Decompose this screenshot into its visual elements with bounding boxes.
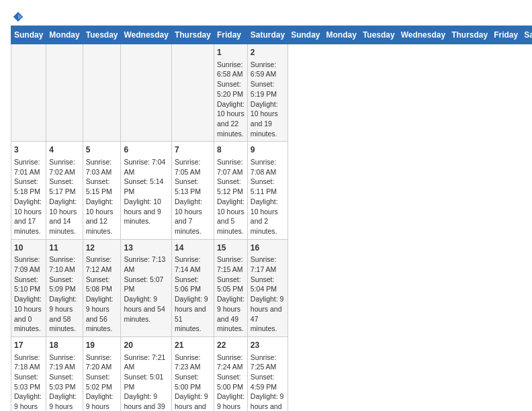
- day-info-line: Sunset: 5:08 PM: [86, 275, 118, 294]
- day-info-line: Daylight: 9 hours and 45 minutes.: [14, 392, 43, 411]
- day-info-line: Sunset: 5:01 PM: [124, 372, 168, 392]
- day-number: 10: [14, 242, 43, 254]
- day-number: 4: [49, 144, 79, 156]
- day-info-line: Sunrise: 7:19 AM: [49, 353, 79, 372]
- day-of-week-header: Thursday: [171, 26, 214, 44]
- calendar-cell: 18Sunrise: 7:19 AMSunset: 5:03 PMDayligh…: [46, 336, 83, 411]
- day-of-week-header: Friday: [214, 26, 247, 44]
- calendar-week-row: 3Sunrise: 7:01 AMSunset: 5:18 PMDaylight…: [11, 142, 533, 239]
- day-info-line: Sunset: 5:00 PM: [175, 372, 211, 392]
- day-number: 13: [124, 242, 168, 254]
- calendar-cell: 11Sunrise: 7:10 AMSunset: 5:09 PMDayligh…: [46, 239, 83, 336]
- day-info-line: Sunrise: 7:14 AM: [175, 255, 211, 274]
- day-info-line: Daylight: 9 hours and 34 minutes.: [251, 392, 285, 411]
- day-info-line: Sunset: 5:19 PM: [251, 79, 285, 99]
- day-info-line: Sunrise: 7:20 AM: [86, 353, 118, 372]
- day-info-line: Sunrise: 7:02 AM: [49, 157, 79, 177]
- day-info-line: Sunrise: 7:08 AM: [251, 157, 285, 177]
- day-info-line: Daylight: 10 hours and 2 minutes.: [251, 197, 285, 236]
- day-info-line: Sunrise: 7:12 AM: [86, 255, 118, 274]
- day-info-line: Daylight: 9 hours and 56 minutes.: [86, 294, 118, 334]
- calendar-cell: 9Sunrise: 7:08 AMSunset: 5:11 PMDaylight…: [247, 142, 287, 239]
- day-number: 18: [49, 340, 79, 351]
- calendar-cell: 1Sunrise: 6:58 AMSunset: 5:20 PMDaylight…: [214, 44, 247, 142]
- calendar-cell: [121, 44, 171, 142]
- day-info-line: Sunrise: 7:24 AM: [217, 353, 245, 372]
- day-number: 19: [86, 340, 118, 351]
- calendar-cell: 5Sunrise: 7:03 AMSunset: 5:15 PMDaylight…: [83, 142, 121, 239]
- day-number: 2: [251, 47, 285, 58]
- calendar-cell: 13Sunrise: 7:13 AMSunset: 5:07 PMDayligh…: [121, 239, 171, 336]
- calendar-cell: 21Sunrise: 7:23 AMSunset: 5:00 PMDayligh…: [171, 336, 214, 411]
- day-info-line: Daylight: 10 hours and 9 minutes.: [124, 197, 168, 226]
- day-info-line: Sunrise: 7:17 AM: [251, 255, 285, 274]
- day-info-line: Sunset: 5:18 PM: [14, 177, 43, 196]
- day-info-line: Sunrise: 7:03 AM: [86, 157, 118, 177]
- day-of-week-header: Wednesday: [121, 26, 171, 44]
- calendar-cell: 10Sunrise: 7:09 AMSunset: 5:10 PMDayligh…: [11, 239, 46, 336]
- day-info-line: Sunset: 5:03 PM: [49, 372, 79, 392]
- calendar-week-row: 10Sunrise: 7:09 AMSunset: 5:10 PMDayligh…: [11, 239, 533, 336]
- day-info-line: Sunset: 5:05 PM: [217, 275, 245, 294]
- weekday-header: Wednesday: [398, 26, 448, 44]
- calendar-cell: [171, 44, 214, 142]
- day-info-line: Daylight: 9 hours and 37 minutes.: [175, 392, 211, 411]
- calendar-cell: 23Sunrise: 7:25 AMSunset: 4:59 PMDayligh…: [247, 336, 287, 411]
- day-info-line: Daylight: 10 hours and 12 minutes.: [86, 197, 118, 236]
- day-info-line: Sunset: 4:59 PM: [251, 372, 285, 392]
- weekday-header: Monday: [323, 26, 359, 44]
- calendar-header-row: SundayMondayTuesdayWednesdayThursdayFrid…: [11, 26, 533, 44]
- day-number: 20: [124, 340, 168, 351]
- calendar-cell: 2Sunrise: 6:59 AMSunset: 5:19 PMDaylight…: [247, 44, 287, 142]
- day-info-line: Sunrise: 7:15 AM: [217, 255, 245, 274]
- day-info-line: Daylight: 9 hours and 39 minutes.: [124, 392, 168, 411]
- calendar-cell: 8Sunrise: 7:07 AMSunset: 5:12 PMDaylight…: [214, 142, 247, 239]
- day-number: 14: [175, 242, 211, 254]
- day-number: 21: [175, 340, 211, 351]
- calendar-cell: 20Sunrise: 7:21 AMSunset: 5:01 PMDayligh…: [121, 336, 171, 411]
- day-info-line: Sunrise: 7:13 AM: [124, 255, 168, 274]
- day-of-week-header: Saturday: [247, 26, 287, 44]
- calendar-cell: 7Sunrise: 7:05 AMSunset: 5:13 PMDaylight…: [171, 142, 214, 239]
- calendar-cell: 4Sunrise: 7:02 AMSunset: 5:17 PMDaylight…: [46, 142, 83, 239]
- logo-icon: [12, 11, 24, 23]
- day-number: 23: [251, 340, 285, 351]
- day-info-line: Sunset: 5:14 PM: [124, 177, 168, 196]
- day-info-line: Daylight: 10 hours and 0 minutes.: [14, 294, 43, 334]
- calendar-cell: 22Sunrise: 7:24 AMSunset: 5:00 PMDayligh…: [214, 336, 247, 411]
- weekday-header: Tuesday: [359, 26, 398, 44]
- day-info-line: Daylight: 9 hours and 49 minutes.: [217, 294, 245, 334]
- day-number: 3: [14, 144, 43, 156]
- day-info-line: Sunrise: 7:09 AM: [14, 255, 43, 274]
- logo: [11, 11, 24, 19]
- calendar-cell: 14Sunrise: 7:14 AMSunset: 5:06 PMDayligh…: [171, 239, 214, 336]
- day-info-line: Daylight: 10 hours and 22 minutes.: [217, 99, 245, 139]
- day-number: 1: [217, 47, 245, 58]
- day-info-line: Sunrise: 7:01 AM: [14, 157, 43, 177]
- day-info-line: Sunset: 5:00 PM: [217, 372, 245, 392]
- day-number: 15: [217, 242, 245, 254]
- calendar-cell: 16Sunrise: 7:17 AMSunset: 5:04 PMDayligh…: [247, 239, 287, 336]
- calendar-cell: 17Sunrise: 7:18 AMSunset: 5:03 PMDayligh…: [11, 336, 46, 411]
- day-info-line: Daylight: 10 hours and 7 minutes.: [175, 197, 211, 236]
- day-info-line: Sunset: 5:09 PM: [49, 275, 79, 294]
- day-info-line: Sunrise: 7:05 AM: [175, 157, 211, 177]
- calendar-cell: [83, 44, 121, 142]
- day-info-line: Daylight: 10 hours and 14 minutes.: [49, 197, 79, 236]
- day-info-line: Sunset: 5:12 PM: [217, 177, 245, 196]
- day-of-week-header: Tuesday: [83, 26, 121, 44]
- day-number: 11: [49, 242, 79, 254]
- day-info-line: Daylight: 9 hours and 54 minutes.: [124, 294, 168, 324]
- day-info-line: Sunset: 5:02 PM: [86, 372, 118, 392]
- calendar-table: SundayMondayTuesdayWednesdayThursdayFrid…: [11, 26, 532, 411]
- day-info-line: Sunrise: 6:58 AM: [217, 60, 245, 79]
- day-number: 17: [14, 340, 43, 351]
- day-info-line: Daylight: 9 hours and 36 minutes.: [217, 392, 245, 411]
- calendar-week-row: 17Sunrise: 7:18 AMSunset: 5:03 PMDayligh…: [11, 336, 533, 411]
- day-info-line: Sunrise: 7:07 AM: [217, 157, 245, 177]
- day-info-line: Daylight: 9 hours and 58 minutes.: [49, 294, 79, 334]
- day-info-line: Sunrise: 6:59 AM: [251, 60, 285, 79]
- weekday-header: Thursday: [449, 26, 491, 44]
- calendar-cell: 12Sunrise: 7:12 AMSunset: 5:08 PMDayligh…: [83, 239, 121, 336]
- day-info-line: Daylight: 9 hours and 43 minutes.: [49, 392, 79, 411]
